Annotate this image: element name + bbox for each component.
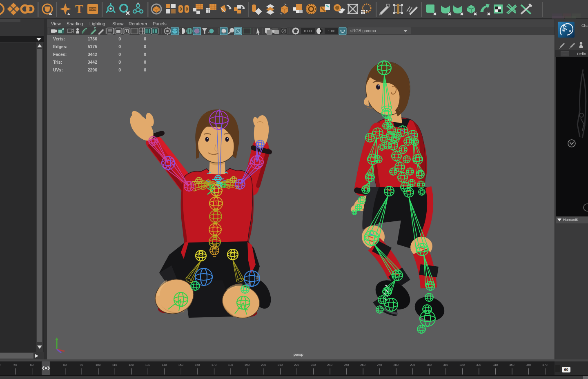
svg-text:330: 330 [476,363,481,367]
svg-text:370: 370 [542,363,548,367]
svg-text:280: 280 [393,363,399,367]
svg-text:140: 140 [162,363,167,367]
svg-text:160: 160 [195,363,200,367]
svg-text:170: 170 [212,363,217,367]
svg-text:0: 0 [180,7,182,11]
svg-text:50: 50 [13,363,17,367]
svg-text:210: 210 [278,363,283,367]
svg-text:0: 0 [144,44,146,49]
svg-text:320: 320 [460,363,465,367]
svg-text:Show: Show [112,21,124,26]
svg-text:View: View [51,21,61,26]
svg-text:340: 340 [493,363,498,367]
svg-text:90: 90 [80,363,83,367]
svg-text:150: 150 [178,363,184,367]
svg-text:0: 0 [144,60,146,65]
svg-text:3442: 3442 [88,60,98,65]
svg-text:120: 120 [129,363,134,367]
svg-text:230: 230 [311,363,316,367]
svg-text:sRGB gamma: sRGB gamma [350,29,376,33]
svg-text:310: 310 [443,363,448,367]
svg-text:0: 0 [144,36,146,41]
svg-text:0: 0 [144,67,146,72]
svg-text:Edges:: Edges: [53,44,67,49]
svg-text:110: 110 [112,363,117,367]
svg-text:Shading: Shading [67,21,83,26]
svg-text:1736: 1736 [88,36,98,41]
svg-text:Lighting: Lighting [89,21,105,26]
svg-text:0: 0 [118,67,121,72]
svg-text:80: 80 [63,363,67,367]
svg-text:1.00: 1.00 [328,29,336,33]
svg-text:3442: 3442 [88,52,98,57]
svg-text:290: 290 [410,363,415,367]
svg-text:260: 260 [360,363,365,367]
svg-text:200: 200 [261,363,266,367]
svg-text:360: 360 [526,363,531,367]
svg-text:190: 190 [245,363,250,367]
svg-text:130: 130 [145,363,150,367]
svg-text:250: 250 [344,363,349,367]
svg-text:2296: 2296 [88,67,98,72]
svg-text:270: 270 [377,363,382,367]
svg-text:0: 0 [118,52,121,57]
svg-text:40: 40 [0,363,0,367]
svg-text:0: 0 [118,36,121,41]
svg-text:0: 0 [118,44,121,49]
svg-text:Tris:: Tris: [53,60,62,65]
svg-text:T: T [75,2,83,16]
svg-text:Faces:: Faces: [53,52,67,57]
svg-text:60: 60 [30,363,33,367]
svg-text:5175: 5175 [88,44,98,49]
svg-text:Renderer: Renderer [129,21,147,26]
svg-text:220: 220 [294,363,299,367]
svg-text:persp: persp [294,352,303,357]
svg-text:UVs:: UVs: [53,67,63,72]
svg-text:300: 300 [427,363,432,367]
svg-text:350: 350 [509,363,514,367]
svg-text:SVG: SVG [89,7,96,11]
svg-text:0: 0 [186,7,188,11]
svg-text:180: 180 [228,363,233,367]
svg-text:240: 240 [327,363,332,367]
svg-text:0: 0 [144,52,146,57]
svg-text:100: 100 [96,363,101,367]
svg-text:Verts:: Verts: [53,36,65,41]
svg-text:0: 0 [118,60,121,65]
svg-text:Panels: Panels [153,21,167,26]
svg-text:0.00: 0.00 [304,29,312,33]
